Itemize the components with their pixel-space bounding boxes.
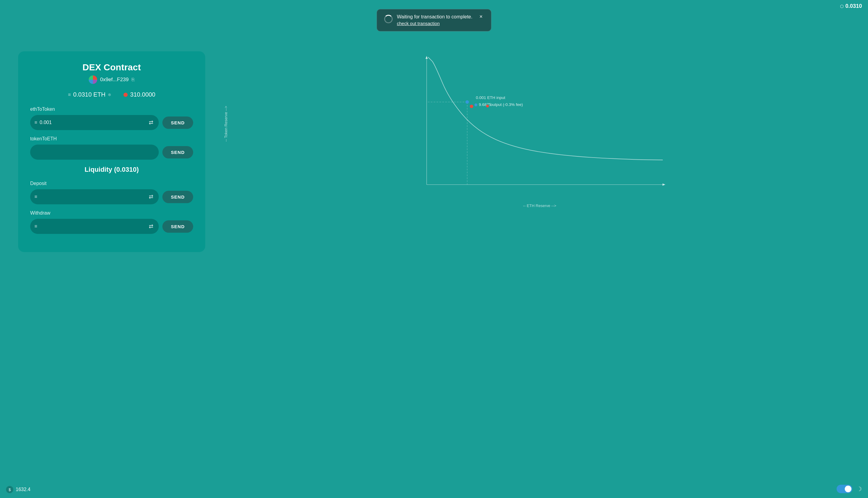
copy-icon[interactable]: ⎘ [132, 77, 135, 82]
token-to-eth-section: tokenToETH SEND [30, 136, 193, 160]
eth-balance-icon: ≡ [68, 92, 70, 97]
eth-balance-value: 0.0310 ETH [73, 91, 106, 98]
svg-point-9 [474, 104, 477, 106]
deposit-row: ≡ ⇄ SEND [30, 189, 193, 204]
y-axis-label: -- Token Reserve --> [224, 106, 228, 142]
deposit-eth-icon: ≡ [35, 194, 37, 199]
token-dot-icon [123, 93, 128, 97]
toast-message: Waiting for transaction to complete. [397, 14, 474, 19]
token-balance-value: 310.0000 [130, 91, 155, 98]
withdraw-input-wrapper: ≡ ⇄ [30, 219, 159, 234]
eth-snowflake-icon: ❄ [108, 92, 111, 97]
eth-to-token-input-wrapper: ≡ ⇄ [30, 115, 159, 130]
chart-container: -- Token Reserve --> [217, 51, 850, 208]
svg-text:output (-0.3% fee): output (-0.3% fee) [490, 102, 523, 107]
deposit-input-wrapper: ≡ ⇄ [30, 189, 159, 204]
eth-to-token-swap-icon[interactable]: ⇄ [148, 118, 155, 127]
address-avatar [89, 76, 97, 84]
bottom-right-controls: ☽ [837, 485, 862, 493]
withdraw-input[interactable] [40, 224, 145, 229]
dex-address-row: 0x9ef...F239 ⎘ [30, 76, 193, 84]
price-value: 1632.4 [16, 487, 30, 492]
top-balance: ⬡ 0.0310 [840, 3, 862, 9]
address-text: 0x9ef...F239 [100, 77, 129, 83]
token-to-eth-label: tokenToETH [30, 136, 193, 142]
transaction-toast: Waiting for transaction to complete. che… [377, 9, 491, 31]
withdraw-label: Withdraw [30, 210, 193, 216]
x-axis-label: -- ETH Reserve --> [229, 203, 850, 208]
spinner-icon [384, 15, 393, 23]
toggle-thumb [845, 486, 851, 492]
toast-close-button[interactable]: × [478, 14, 484, 20]
dex-card: DEX Contract 0x9ef...F239 ⎘ ≡ 0.0310 ETH… [18, 51, 205, 252]
svg-text:0.001 ETH input: 0.001 ETH input [476, 95, 505, 100]
deposit-section: Deposit ≡ ⇄ SEND [30, 181, 193, 204]
moon-icon: ☽ [856, 485, 862, 493]
svg-marker-2 [425, 56, 428, 59]
liquidity-title: Liquidity (0.0310) [30, 166, 193, 173]
withdraw-eth-icon: ≡ [35, 224, 37, 229]
balances-row: ≡ 0.0310 ETH ❄ 310.0000 [30, 91, 193, 98]
check-out-transaction-link[interactable]: check out transaction [397, 21, 440, 26]
eth-icon-top: ⬡ [840, 4, 844, 9]
eth-to-token-eth-icon: ≡ [35, 120, 37, 125]
deposit-swap-icon[interactable]: ⇄ [148, 192, 155, 201]
chart-svg: 0.001 ETH input 9.6875 output (-0.3% fee… [229, 51, 850, 196]
eth-to-token-section: ethToToken ≡ ⇄ SEND [30, 106, 193, 130]
eth-balance-item: ≡ 0.0310 ETH ❄ [68, 91, 111, 98]
token-to-eth-input-wrapper [30, 145, 159, 160]
dex-title: DEX Contract [30, 62, 193, 73]
deposit-input[interactable] [40, 194, 145, 199]
deposit-send-button[interactable]: SEND [162, 191, 193, 203]
svg-point-11 [486, 105, 489, 108]
chart-area: -- Token Reserve --> [217, 51, 850, 208]
withdraw-send-button[interactable]: SEND [162, 220, 193, 233]
y-axis-wrapper: -- Token Reserve --> [223, 51, 229, 196]
theme-toggle[interactable] [837, 485, 852, 493]
bottom-bar: $ 1632.4 [6, 486, 30, 493]
token-to-eth-send-button[interactable]: SEND [162, 146, 193, 158]
svg-text:9.6875: 9.6875 [479, 102, 491, 107]
eth-to-token-row: ≡ ⇄ SEND [30, 115, 193, 130]
token-to-eth-input[interactable] [35, 149, 155, 155]
balance-value: 0.0310 [845, 3, 862, 9]
svg-point-7 [470, 105, 474, 108]
token-to-eth-row: SEND [30, 145, 193, 160]
svg-point-6 [465, 100, 469, 104]
token-balance-item: 310.0000 [123, 91, 155, 98]
svg-marker-3 [662, 184, 666, 186]
eth-to-token-input[interactable] [40, 120, 145, 125]
eth-to-token-send-button[interactable]: SEND [162, 117, 193, 129]
withdraw-swap-icon[interactable]: ⇄ [148, 222, 155, 231]
withdraw-row: ≡ ⇄ SEND [30, 219, 193, 234]
eth-to-token-label: ethToToken [30, 106, 193, 112]
main-layout: DEX Contract 0x9ef...F239 ⎘ ≡ 0.0310 ETH… [0, 0, 868, 264]
deposit-label: Deposit [30, 181, 193, 186]
toast-content: Waiting for transaction to complete. che… [397, 14, 474, 26]
dollar-icon: $ [6, 486, 13, 493]
withdraw-section: Withdraw ≡ ⇄ SEND [30, 210, 193, 234]
